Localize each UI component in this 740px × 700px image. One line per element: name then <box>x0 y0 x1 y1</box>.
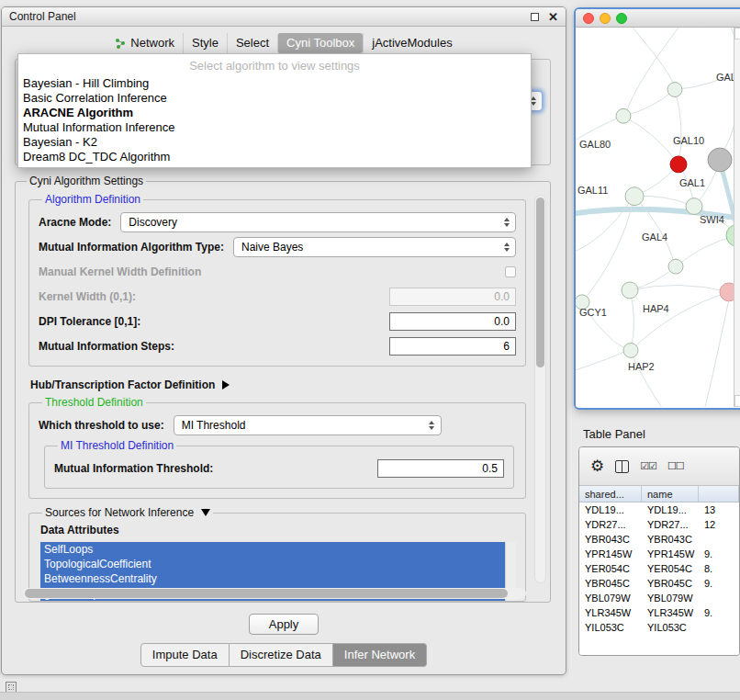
network-node[interactable] <box>670 156 687 173</box>
network-window-titlebar[interactable] <box>576 9 740 28</box>
dropdown-placeholder: Select algorithm to view settings <box>18 56 531 76</box>
column-header-name[interactable]: name <box>642 486 699 502</box>
network-node[interactable] <box>686 198 702 215</box>
scrollbar-thumb[interactable] <box>25 589 508 598</box>
algorithm-option[interactable]: Mutual Information Inference <box>18 120 531 135</box>
table-row[interactable]: YBL079WYBL079W <box>579 591 739 605</box>
bottom-tab-discretize-data[interactable]: Discretize Data <box>230 643 333 667</box>
gear-icon[interactable]: ⚙ <box>590 458 604 474</box>
table-cell: YIL053C <box>579 622 642 633</box>
network-node[interactable] <box>668 259 683 274</box>
table-row[interactable]: YBR043CYBR043C <box>579 532 739 547</box>
table-row[interactable]: YLR345WYLR345W9. <box>579 605 739 620</box>
data-attribute-item[interactable]: BetweennessCentrality <box>40 571 505 586</box>
algorithm-option[interactable]: Basic Correlation Inference <box>18 91 531 106</box>
network-edge[interactable] <box>630 290 633 351</box>
columns-icon[interactable] <box>615 460 629 473</box>
mi-threshold-legend: MI Threshold Definition <box>58 439 176 452</box>
deselect-all-icon[interactable]: ☐☐ <box>667 460 684 472</box>
network-canvas[interactable]: GAL80GAL10GAL11GAL1SWI4GAL4HAP4GCY1HAP2G… <box>576 28 740 407</box>
table-cell: YPR145W <box>642 548 699 559</box>
scrollbar-thumb[interactable] <box>536 198 544 367</box>
algorithm-option[interactable]: Bayesian - K2 <box>18 135 531 150</box>
zoom-traffic-light-icon[interactable] <box>616 13 627 24</box>
algorithm-option[interactable]: Dream8 DC_TDC Algorithm <box>18 150 531 164</box>
hub-definition-section[interactable]: Hub/Transcription Factor Definition <box>30 378 528 392</box>
network-edge[interactable] <box>576 352 623 372</box>
mi-threshold-field[interactable] <box>377 459 504 478</box>
tab-style[interactable]: Style <box>183 33 227 53</box>
tab-cyni-toolbox[interactable]: Cyni Toolbox <box>277 33 363 53</box>
sources-legend[interactable]: Sources for Network Inference <box>42 506 213 519</box>
table-cell: YBL079W <box>579 593 642 604</box>
table-cell: 13 <box>699 504 739 515</box>
minimize-traffic-light-icon[interactable] <box>600 13 611 24</box>
select-all-icon[interactable]: ☑☑ <box>640 460 656 472</box>
mi-threshold-group: MI Threshold Definition Mutual Informati… <box>44 439 514 489</box>
bottom-tab-infer-network[interactable]: Infer Network <box>333 643 427 667</box>
tab-jactivemodules[interactable]: jActiveModules <box>363 33 460 53</box>
table-cell: YDL19... <box>642 504 699 515</box>
scroll-up-icon[interactable] <box>734 28 740 40</box>
tab-network[interactable]: Network <box>107 33 183 53</box>
hub-definition-label: Hub/Transcription Factor Definition <box>30 378 215 391</box>
which-threshold-row: Which threshold to use: MI Threshold <box>39 415 516 435</box>
table-row[interactable]: YIL053CYIL053C <box>579 620 739 635</box>
column-header-col2[interactable] <box>699 486 739 502</box>
node-table: shared...name YDL19...YDL19...13YDR27...… <box>579 486 739 655</box>
table-row[interactable]: YDL19...YDL19...13 <box>579 502 739 517</box>
combobox-stepper-icon <box>426 416 438 435</box>
network-edge[interactable] <box>630 285 729 291</box>
column-header-shared[interactable]: shared... <box>579 486 642 502</box>
network-edge[interactable] <box>627 28 673 83</box>
scroll-down-icon[interactable] <box>734 395 740 407</box>
combobox-stepper-icon <box>500 238 512 256</box>
mi-type-combobox[interactable]: Naive Bayes <box>233 237 516 257</box>
aracne-mode-combobox[interactable]: Discovery <box>120 212 516 232</box>
table-row[interactable]: YDR27...YDR27...12 <box>579 517 739 532</box>
combobox-stepper-icon <box>500 213 512 231</box>
close-icon[interactable]: ✕ <box>548 11 558 23</box>
network-vertical-scrollbar[interactable] <box>734 28 740 407</box>
network-node[interactable] <box>616 108 631 123</box>
table-row[interactable]: YPR145WYPR145W9. <box>579 547 739 561</box>
mi-steps-label: Mutual Information Steps: <box>39 340 174 353</box>
float-window-icon[interactable] <box>531 13 539 21</box>
threshold-definition-group: Threshold Definition Which threshold to … <box>28 396 526 499</box>
network-edge[interactable] <box>627 28 684 109</box>
collapse-arrow-icon[interactable] <box>201 509 210 516</box>
control-panel-titlebar[interactable]: Control Panel ✕ <box>2 7 566 27</box>
network-node[interactable] <box>625 187 644 206</box>
expand-arrow-icon[interactable] <box>222 380 230 390</box>
network-node[interactable] <box>708 148 732 172</box>
dpi-tolerance-field[interactable] <box>389 312 516 331</box>
bottom-tab-impute-data[interactable]: Impute Data <box>140 643 230 667</box>
tab-select[interactable]: Select <box>227 33 277 53</box>
control-panel-window: Control Panel ✕ NetworkStyleSelectCyni T… <box>1 6 566 675</box>
threshold-definition-legend: Threshold Definition <box>42 396 146 409</box>
network-node[interactable] <box>667 83 682 97</box>
network-edge[interactable] <box>704 299 729 407</box>
table-row[interactable]: YER054CYER054C8. <box>579 561 739 576</box>
algorithm-option[interactable]: ARACNE Algorithm <box>18 106 531 120</box>
network-edge[interactable] <box>623 116 678 164</box>
algorithm-dropdown-list: Bayesian - Hill ClimbingBasic Correlatio… <box>18 76 531 164</box>
settings-vertical-scrollbar[interactable] <box>534 195 546 583</box>
settings-legend: Cyni Algorithm Settings <box>27 175 146 187</box>
data-attribute-item[interactable]: SelfLoops <box>40 542 505 557</box>
mi-steps-field[interactable] <box>389 337 516 356</box>
algorithm-option[interactable]: Bayesian - Hill Climbing <box>18 76 531 91</box>
which-threshold-label: Which threshold to use: <box>39 419 164 432</box>
apply-button[interactable]: Apply <box>249 614 319 635</box>
table-row[interactable]: YBR045CYBR045C9. <box>579 576 739 591</box>
close-traffic-light-icon[interactable] <box>583 13 594 24</box>
data-attribute-item[interactable]: TopologicalCoefficient <box>40 557 505 571</box>
network-node[interactable] <box>623 344 638 358</box>
which-threshold-combobox[interactable]: MI Threshold <box>174 415 442 435</box>
network-edge[interactable] <box>675 90 681 164</box>
network-edge[interactable] <box>631 292 729 351</box>
network-node[interactable] <box>622 282 638 299</box>
mi-type-value: Naive Bayes <box>241 241 303 254</box>
settings-horizontal-scrollbar[interactable] <box>23 588 526 599</box>
network-edge[interactable] <box>623 90 675 117</box>
